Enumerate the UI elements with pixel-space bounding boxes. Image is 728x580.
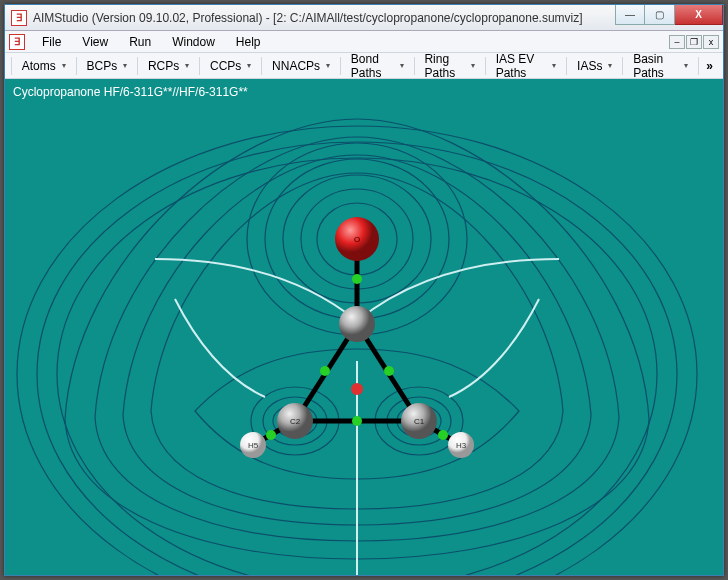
tool-iass[interactable]: IASs▾ [569, 57, 620, 75]
svg-point-25 [438, 430, 448, 440]
chevron-down-icon: ▾ [400, 61, 404, 70]
toolbar-separator [261, 57, 262, 75]
toolbar-separator [566, 57, 567, 75]
tool-atoms[interactable]: Atoms▾ [14, 57, 74, 75]
titlebar[interactable]: ∃ AIMStudio (Version 09.10.02, Professio… [5, 5, 723, 31]
atom-c-top [339, 306, 375, 342]
mdi-minimize-button[interactable]: – [669, 35, 685, 49]
chevron-down-icon: ▾ [185, 61, 189, 70]
svg-point-21 [320, 366, 330, 376]
toolbar-separator [622, 57, 623, 75]
toolbar-separator [199, 57, 200, 75]
svg-text:H3: H3 [456, 441, 467, 450]
toolbar-separator [76, 57, 77, 75]
chevron-down-icon: ▾ [608, 61, 612, 70]
chevron-down-icon: ▾ [247, 61, 251, 70]
tool-ias-ev-paths[interactable]: IAS EV Paths▾ [488, 50, 565, 82]
menu-run[interactable]: Run [119, 33, 161, 51]
close-button[interactable]: X [675, 5, 723, 25]
tool-nnacps[interactable]: NNACPs▾ [264, 57, 338, 75]
tool-bond-paths[interactable]: Bond Paths▾ [343, 50, 412, 82]
tool-ring-paths[interactable]: Ring Paths▾ [416, 50, 482, 82]
menu-file[interactable]: File [32, 33, 71, 51]
svg-text:C1: C1 [414, 417, 425, 426]
doc-icon: ∃ [9, 34, 25, 50]
viewport-info-label: Cyclopropanone HF/6-311G**//HF/6-311G** [13, 85, 248, 99]
maximize-button[interactable]: ▢ [645, 5, 675, 25]
chevron-down-icon: ▾ [62, 61, 66, 70]
menu-window[interactable]: Window [162, 33, 225, 51]
svg-point-24 [266, 430, 276, 440]
tool-rcps[interactable]: RCPs▾ [140, 57, 197, 75]
viewport-3d[interactable]: O C2 C1 H5 H3 Cyclopropanone HF/6-311G**… [5, 79, 723, 575]
mdi-restore-button[interactable]: ❐ [686, 35, 702, 49]
app-icon: ∃ [11, 10, 27, 26]
contour-plot: O C2 C1 H5 H3 [5, 79, 723, 575]
minimize-button[interactable]: — [615, 5, 645, 25]
chevron-down-icon: ▾ [471, 61, 475, 70]
chevron-down-icon: ▾ [684, 61, 688, 70]
menu-view[interactable]: View [72, 33, 118, 51]
tool-ccps[interactable]: CCPs▾ [202, 57, 259, 75]
tool-bcps[interactable]: BCPs▾ [78, 57, 135, 75]
window-controls: — ▢ X [615, 5, 723, 25]
toolbar-separator [340, 57, 341, 75]
toolbar-separator [11, 57, 12, 75]
toolbar-overflow-button[interactable]: » [700, 59, 719, 73]
svg-text:C2: C2 [290, 417, 301, 426]
window-title: AIMStudio (Version 09.10.02, Professiona… [33, 11, 615, 25]
chevron-down-icon: ▾ [326, 61, 330, 70]
svg-text:O: O [354, 235, 360, 244]
svg-point-23 [352, 416, 362, 426]
toolbar-separator [485, 57, 486, 75]
svg-point-20 [352, 274, 362, 284]
rcp-marker [351, 383, 363, 395]
toolbar-separator [414, 57, 415, 75]
toolbar-separator [698, 57, 699, 75]
mdi-close-button[interactable]: x [703, 35, 719, 49]
menu-help[interactable]: Help [226, 33, 271, 51]
toolbar: Atoms▾ BCPs▾ RCPs▾ CCPs▾ NNACPs▾ Bond Pa… [5, 53, 723, 79]
chevron-down-icon: ▾ [123, 61, 127, 70]
mdi-controls: – ❐ x [669, 35, 719, 49]
toolbar-separator [137, 57, 138, 75]
svg-point-22 [384, 366, 394, 376]
tool-basin-paths[interactable]: Basin Paths▾ [625, 50, 695, 82]
svg-text:H5: H5 [248, 441, 259, 450]
chevron-down-icon: ▾ [552, 61, 556, 70]
main-window: ∃ AIMStudio (Version 09.10.02, Professio… [4, 4, 724, 576]
